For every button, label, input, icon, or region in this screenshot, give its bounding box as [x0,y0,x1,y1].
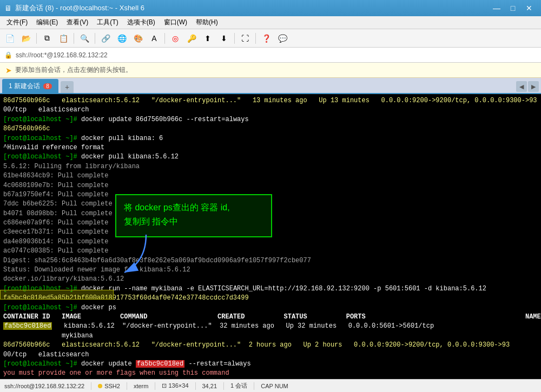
tab-bar: 1 新建会话 8 + ◀ ▶ [0,78,541,94]
terminal-line: Status: Downloaded newer image for kiban… [3,265,538,275]
terminal-line: ac0747c80385: Pull complete [3,247,538,256]
window-title: 新建会话 (8) - root@localhost:~ - Xshell 6 [15,3,489,13]
status-sep-5 [223,382,224,390]
address-url[interactable]: ssh://root:*@192.168.92.132:22 [16,51,108,59]
terminal-line: da4e89036b14: Pull complete [3,237,538,247]
tip-bar: ➤ 要添加当前会话，点击左侧的箭头按钮。 [0,63,541,78]
address-bar: 🔒 ssh://root:*@192.168.92.132:22 [0,48,541,63]
menu-tools[interactable]: 工具(T) [93,16,122,29]
title-bar: 🖥 新建会话 (8) - root@localhost:~ - Xshell 6… [0,0,541,16]
theme-button[interactable]: 🎨 [130,31,146,45]
status-sep-1 [91,382,91,390]
tab-navigation: ◀ ▶ [516,81,539,93]
terminal-line: c686ee07a9f6: Pull complete [3,218,538,228]
status-ssh-label: SSH2 [104,383,120,389]
tab-session-1[interactable]: 1 新建会话 8 [2,79,58,93]
terminal-line: [root@localhost ~]# docker update fa5bc9… [3,360,538,369]
tab-badge: 8 [43,83,52,89]
terminal-line: [root@localhost ~]# docker ps [3,303,538,313]
menu-bar: 文件(F) 编辑(E) 查看(V) 工具(T) 选项卡(B) 窗口(W) 帮助(… [0,16,541,29]
copy-button[interactable]: ⧉ [39,31,55,45]
terminal-line: 61be48634cb9: Pull complete [3,171,538,181]
status-terminal-type: xterm [134,383,149,389]
terminal-line: mykibana [3,331,538,341]
lock-icon: 🔒 [4,51,12,59]
new-session-button[interactable]: 📄 [2,31,17,45]
menu-help[interactable]: 帮助(H) [192,16,222,29]
toolbar-sep-6 [255,33,256,44]
window-controls: — □ ✕ [489,2,537,15]
terminal-line: [root@localhost ~]# docker update fa5bc9… [3,378,538,379]
help-icon-button[interactable]: ❓ [259,31,274,45]
terminal-line: 00/tcp elasticsearch [3,350,538,360]
terminal-line: b4071 08d98bb: Pull complete [3,209,538,218]
connect-button[interactable]: 🔗 [98,31,113,45]
terminal-line: 86d7560b966c [3,124,538,134]
tab-next-button[interactable]: ▶ [528,81,539,92]
tab-add-button[interactable]: + [61,81,74,93]
terminal-line: 86d7560b966c elasticsearch:5.6.12 "/dock… [3,341,538,350]
chat-button[interactable]: 💬 [275,31,290,45]
terminal-line: fa5bc9c018ed kibana:5.6.12 "/docker-entr… [3,322,538,331]
status-session-count: 1 会话 [230,382,247,390]
terminal-line: [root@localhost ~]# docker update 86d756… [3,115,538,124]
terminal-line: [root@localhost ~]# docker pull kibana: … [3,134,538,143]
toolbar-sep-5 [234,33,235,44]
status-sep-4 [195,382,196,390]
fullscreen-button[interactable]: ⛶ [237,31,253,45]
status-sep-2 [127,382,127,390]
status-dot-ssh [98,384,102,388]
toolbar-sep-2 [74,33,74,44]
status-sep-6 [254,382,254,390]
terminal-line: ^Hinvalid reference format [3,143,538,152]
tab-prev-button[interactable]: ◀ [516,81,527,92]
terminal-content: 86d7560b966c elasticsearch:5.6.12 "/dock… [3,96,538,379]
toolbar-sep-1 [36,33,37,44]
menu-file[interactable]: 文件(F) [2,16,32,29]
status-sep-3 [155,382,155,390]
terminal-line: b67a19750ef4: Pull complete [3,190,538,200]
terminal-line: CONTAINER ID IMAGE COMMAND CREATED STATU… [3,313,538,322]
disconnect-button[interactable]: 🌐 [114,31,129,45]
find-button[interactable]: 🔍 [77,31,92,45]
terminal-line: 5.6.12: Pulling from library/kibana [3,162,538,171]
status-cap-num: CAP NUM [261,383,288,389]
terminal-line: docker.io/library/kibana:5.6.12 [3,275,538,284]
menu-window[interactable]: 窗口(W) [160,16,192,29]
download-button[interactable]: ⬇ [216,31,232,45]
terminal-line: 4c0680109e7b: Pull complete [3,181,538,190]
status-bar: ssh://root@192.168.92.132:22 SSH2 xterm … [0,379,541,392]
close-button[interactable]: ✕ [522,2,537,15]
upload-button[interactable]: ⬆ [200,31,215,45]
app-icon: 🖥 [4,4,12,12]
open-button[interactable]: 📂 [18,31,34,45]
paste-button[interactable]: 📋 [56,31,71,45]
menu-edit[interactable]: 编辑(E) [32,16,62,29]
status-ssh: SSH2 [98,383,120,389]
tab-label: 1 新建会话 [9,82,40,91]
toolbar-sep-4 [164,33,165,44]
terminal-line: you must provide one or more flags when … [3,369,538,378]
toolbar: 📄 📂 ⧉ 📋 🔍 🔗 🌐 🎨 A ◎ 🔑 ⬆ ⬇ ⛶ ❓ 💬 [0,29,541,48]
status-address: ssh://root@192.168.92.132:22 [4,383,84,389]
minimize-button[interactable]: — [489,2,504,15]
font-button[interactable]: A [147,31,162,45]
terminal-line: 86d7560b966c elasticsearch:5.6.12 "/dock… [3,96,538,105]
terminal-line: 00/tcp elasticsearch [3,105,538,115]
maximize-button[interactable]: □ [505,2,520,15]
status-size: ⊡ 136×34 [162,382,188,389]
status-position: 34,21 [202,383,217,389]
terminal-line: c3eece17b371: Pull complete [3,228,538,237]
menu-tabs[interactable]: 选项卡(B) [123,16,160,29]
size-icon: ⊡ [162,382,167,389]
terminal-line: 7ddc b6be6225: Pull complete [3,200,538,209]
tip-text: 要添加当前会话，点击左侧的箭头按钮。 [15,65,132,75]
terminal-line: [root@localhost ~]# docker pull kibana:5… [3,152,538,162]
toolbar-sep-3 [95,33,95,44]
tip-arrow-icon: ➤ [5,66,12,75]
menu-view[interactable]: 查看(V) [62,16,93,29]
container-id-highlight [0,290,114,300]
sftp-button[interactable]: ◎ [168,31,183,45]
terminal[interactable]: 86d7560b966c elasticsearch:5.6.12 "/dock… [0,94,541,379]
key-button[interactable]: 🔑 [184,31,199,45]
